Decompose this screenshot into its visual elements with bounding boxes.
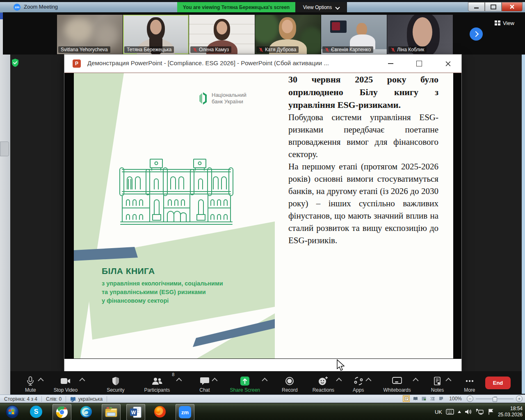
zoom-titlebar: zm Zoom Meeting You are viewing Тетяна Б…	[0, 2, 525, 13]
face-shape	[282, 20, 293, 33]
volume-icon[interactable]	[465, 409, 472, 415]
apps-chevron-icon[interactable]	[366, 378, 372, 383]
edge-icon	[80, 406, 92, 418]
participants-chevron-icon[interactable]	[176, 378, 182, 383]
stop-video-chevron-icon[interactable]	[80, 378, 85, 383]
background-window-edge-right	[522, 55, 525, 394]
taskbar-skype-button[interactable]: S	[27, 404, 45, 420]
proofing-icon	[70, 397, 76, 402]
maximize-button[interactable]	[485, 2, 502, 11]
share-screen-button[interactable]: Share Screen	[230, 373, 260, 393]
notes-button[interactable]: Notes	[431, 373, 444, 393]
reactions-button[interactable]: Reactions	[313, 373, 334, 393]
gallery-view-button[interactable]: View	[495, 18, 514, 27]
language-indicator[interactable]: UK	[435, 409, 442, 415]
ppt-close-button[interactable]	[442, 59, 454, 68]
security-shield-icon	[11, 58, 19, 67]
taskbar-edge-button[interactable]	[77, 404, 95, 420]
apps-icon	[354, 376, 363, 386]
start-button[interactable]	[3, 404, 21, 420]
video-tile-active-speaker[interactable]: Тетяна Бережецька	[123, 15, 189, 54]
close-icon	[445, 61, 451, 67]
keyboard-icon[interactable]	[446, 409, 454, 415]
muted-mic-icon	[193, 47, 197, 52]
participants-button[interactable]: 8 Participants	[144, 373, 170, 393]
word-language-indicator[interactable]: українська	[66, 396, 107, 402]
windows-start-icon	[5, 405, 19, 419]
chat-button[interactable]: Chat	[199, 373, 210, 393]
taskbar-chrome-button[interactable]	[52, 404, 71, 420]
zoom-slider-thumb[interactable]	[493, 397, 497, 402]
word-word-count[interactable]: Слів: 0	[42, 396, 66, 402]
zoom-slider[interactable]	[476, 396, 514, 402]
stop-video-button[interactable]: Stop Video	[54, 373, 78, 393]
taskbar-zoom-button[interactable]: zm	[176, 404, 194, 420]
more-button[interactable]: More	[464, 373, 475, 393]
record-button[interactable]: Record	[282, 373, 298, 393]
ppt-maximize-button[interactable]	[413, 59, 425, 68]
share-screen-chevron-icon[interactable]	[262, 378, 267, 383]
zoom-out-button[interactable]: −	[467, 395, 473, 402]
zoom-icon: zm	[179, 406, 191, 418]
muted-mic-icon	[391, 47, 395, 52]
powerpoint-window-title: Демонстрация PowerPoint - [Compliance. E…	[87, 59, 329, 66]
video-tile[interactable]: Олена Камуз	[189, 15, 255, 54]
ppt-minimize-button[interactable]	[384, 59, 397, 68]
apps-button[interactable]: Apps	[353, 373, 364, 393]
taskbar-firefox-button[interactable]	[151, 404, 169, 420]
participant-name: Олена Камуз	[199, 47, 229, 52]
print-layout-view-button[interactable]	[403, 395, 410, 402]
chevron-right-icon	[472, 31, 478, 37]
maximize-icon	[491, 5, 496, 9]
video-gallery-strip: Svitlana Yehorycheva Тетяна Бережецька О…	[3, 12, 525, 55]
draft-icon	[439, 397, 443, 401]
security-button[interactable]: Security	[107, 373, 124, 393]
cover-subtitle: з управління екологічними, соціальними т…	[102, 279, 223, 305]
maximize-icon	[416, 61, 422, 66]
participant-name: Svitlana Yehorycheva	[61, 47, 108, 52]
whiteboards-chevron-icon[interactable]	[413, 378, 418, 383]
video-tile[interactable]: Євгенія Карпенко	[321, 15, 387, 54]
word-page-indicator[interactable]: Сторінка: 4 з 4	[0, 396, 42, 402]
participant-name-label: Євгенія Карпенко	[322, 46, 373, 53]
action-center-flag-icon[interactable]	[488, 409, 494, 415]
face-shape	[413, 17, 432, 47]
whiteboards-button[interactable]: Whiteboards	[383, 373, 411, 393]
powerpoint-window: P Демонстрация PowerPoint - [Compliance.…	[64, 55, 461, 371]
taskbar-word-button[interactable]: W	[126, 404, 145, 420]
notes-chevron-icon[interactable]	[445, 378, 451, 383]
video-tile[interactable]: Svitlana Yehorycheva	[57, 15, 123, 54]
svg-text:W: W	[131, 410, 136, 415]
zoom-in-button[interactable]: +	[516, 395, 523, 402]
minimize-button[interactable]	[468, 2, 485, 11]
viewing-screen-banner: You are viewing Тетяна Бережецька's scre…	[177, 2, 295, 12]
firefox-icon	[154, 406, 166, 418]
mute-button[interactable]: Mute	[25, 373, 36, 393]
taskbar-explorer-button[interactable]	[102, 404, 121, 420]
chat-icon	[200, 376, 210, 386]
reactions-icon	[318, 376, 329, 386]
draft-view-button[interactable]	[438, 396, 444, 402]
reactions-chevron-icon[interactable]	[336, 378, 342, 383]
outline-view-button[interactable]	[429, 396, 436, 402]
video-tile[interactable]: Катя Дуброва	[255, 15, 321, 54]
network-icon[interactable]	[476, 409, 484, 415]
view-options-button[interactable]: View Options	[295, 2, 347, 12]
end-meeting-button[interactable]: End	[485, 377, 511, 389]
notes-icon	[433, 376, 441, 386]
clock[interactable]: 18:54 25.03.2026	[498, 406, 523, 418]
tray-date: 25.03.2026	[498, 412, 523, 418]
mouse-cursor	[336, 359, 345, 372]
participant-name-label: Тетяна Бережецька	[124, 46, 174, 53]
show-hidden-icons-button[interactable]	[458, 411, 461, 413]
zoom-level-label[interactable]: 100%	[449, 396, 462, 402]
word-icon: W	[130, 406, 142, 418]
web-layout-view-button[interactable]	[421, 396, 427, 402]
next-gallery-page-button[interactable]	[470, 27, 483, 41]
video-thumbnail-blob	[64, 18, 93, 42]
reading-view-button[interactable]	[412, 396, 418, 402]
video-tile[interactable]: Ліна Коблик	[387, 15, 453, 54]
close-button[interactable]	[502, 2, 523, 11]
mute-chevron-icon[interactable]	[38, 378, 43, 383]
chat-chevron-icon[interactable]	[212, 378, 217, 383]
